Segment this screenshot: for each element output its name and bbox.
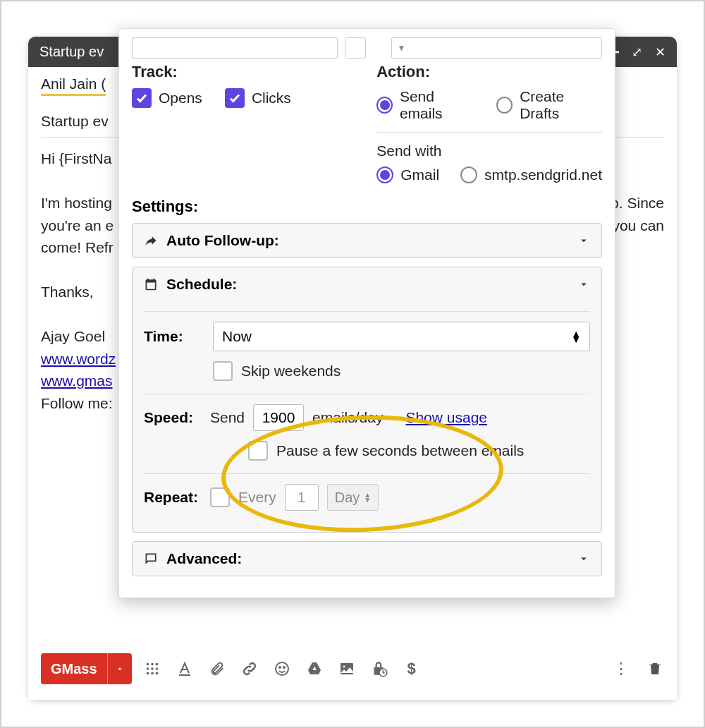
dollar-icon[interactable]: $	[403, 660, 421, 678]
close-icon[interactable]: ✕	[655, 44, 666, 60]
create-drafts-radio[interactable]	[496, 97, 513, 114]
svg-point-8	[155, 672, 158, 675]
pause-checkbox[interactable]	[248, 441, 268, 461]
more-menu-icon[interactable]: ⋮	[612, 660, 630, 678]
svg-point-0	[146, 663, 149, 666]
gmass-dropdown-caret[interactable]	[107, 653, 132, 684]
apps-grid-icon[interactable]	[143, 660, 161, 678]
window-title: Startup ev	[39, 44, 104, 60]
panel-top-dropdown[interactable]: ▼	[391, 37, 603, 59]
signature-link-2[interactable]: www.gmas	[41, 372, 113, 389]
gmass-settings-panel: ▼ Track: Opens Clicks	[118, 28, 615, 598]
lock-time-icon[interactable]	[370, 660, 388, 678]
svg-point-11	[279, 667, 281, 668]
show-usage-link[interactable]: Show usage	[405, 409, 487, 426]
repeat-count-input[interactable]	[285, 484, 319, 511]
clicks-checkbox[interactable]	[225, 88, 245, 108]
speed-input[interactable]	[253, 404, 304, 431]
chevron-down-icon	[577, 234, 590, 247]
repeat-unit-select[interactable]: Day ▲▼	[327, 484, 379, 511]
chevron-down-icon	[577, 278, 590, 291]
action-label: Action:	[376, 63, 602, 81]
compose-window: Startup ev ━ ⤢ ✕ Anil Jain ( Startup ev …	[28, 37, 677, 700]
clicks-label: Clicks	[252, 90, 291, 107]
trash-icon[interactable]	[646, 660, 664, 678]
emoji-icon[interactable]	[273, 660, 291, 678]
expand-icon[interactable]: ⤢	[632, 44, 642, 60]
auto-followup-section: Auto Follow-up:	[132, 223, 602, 258]
signature-link-1[interactable]: www.wordz	[41, 351, 116, 367]
image-icon[interactable]	[338, 660, 356, 678]
svg-point-14	[343, 666, 345, 668]
svg-point-2	[155, 663, 158, 666]
attach-icon[interactable]	[208, 660, 226, 678]
svg-point-10	[276, 662, 288, 675]
svg-point-7	[151, 672, 154, 675]
smtp-radio[interactable]	[460, 166, 477, 183]
chat-icon	[144, 552, 158, 566]
opens-label: Opens	[159, 90, 202, 107]
send-with-label: Send with	[376, 142, 602, 159]
reply-arrow-icon	[144, 233, 158, 248]
svg-point-4	[151, 667, 154, 670]
advanced-section: Advanced:	[132, 541, 602, 576]
skip-weekends-checkbox[interactable]	[213, 361, 233, 381]
svg-point-12	[283, 667, 285, 668]
gmail-radio[interactable]	[376, 166, 393, 183]
speed-label: Speed:	[144, 409, 202, 426]
text-format-icon[interactable]	[176, 660, 194, 678]
svg-point-6	[146, 672, 149, 675]
schedule-header[interactable]: Schedule:	[133, 267, 601, 301]
svg-point-1	[151, 663, 154, 666]
gmass-button[interactable]: GMass	[41, 653, 132, 684]
panel-top-small[interactable]	[345, 37, 366, 59]
send-emails-radio[interactable]	[376, 97, 393, 114]
repeat-label: Repeat:	[144, 489, 202, 506]
calendar-icon	[144, 277, 158, 291]
chevron-down-icon	[577, 552, 590, 565]
drive-icon[interactable]	[305, 660, 324, 678]
time-select[interactable]: Now ▲▼	[213, 322, 590, 351]
track-label: Track:	[132, 63, 348, 81]
panel-top-input[interactable]	[132, 37, 338, 59]
opens-checkbox[interactable]	[132, 88, 152, 108]
auto-followup-header[interactable]: Auto Follow-up:	[133, 224, 601, 257]
advanced-header[interactable]: Advanced:	[133, 542, 601, 576]
schedule-section: Schedule: Time: Now ▲▼ Sk	[132, 267, 602, 533]
recipient-chip[interactable]: Anil Jain (	[41, 75, 106, 96]
repeat-checkbox[interactable]	[210, 487, 230, 507]
settings-label: Settings:	[132, 198, 602, 216]
svg-point-3	[146, 667, 149, 670]
time-label: Time:	[144, 328, 202, 345]
svg-point-5	[155, 667, 158, 670]
link-icon[interactable]	[240, 660, 259, 678]
compose-toolbar: GMass	[28, 643, 677, 700]
